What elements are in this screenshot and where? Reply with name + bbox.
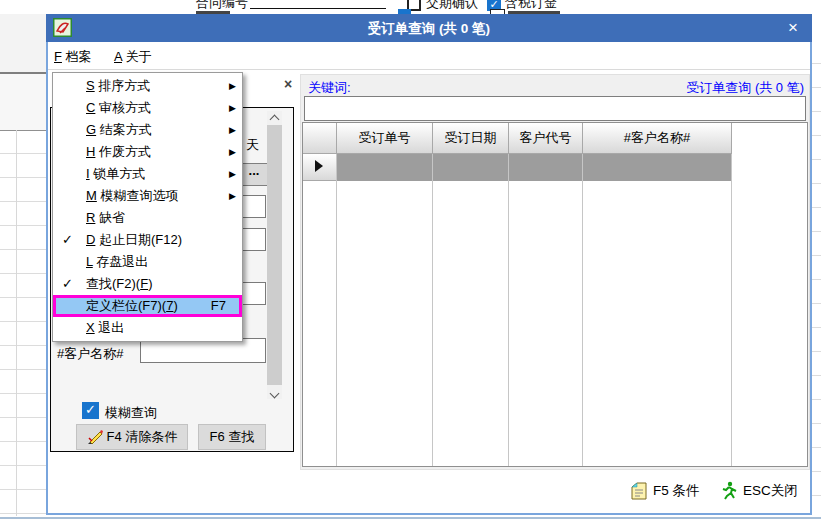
fuzzy-query-label: 模糊查询 xyxy=(105,404,157,422)
menu-item-label: G 结案方式 xyxy=(86,122,152,137)
table-gridline xyxy=(432,154,433,467)
table-gridline xyxy=(336,154,337,467)
background-grid xyxy=(0,130,46,516)
pencil-eraser-icon xyxy=(87,429,103,445)
clear-conditions-label: F4 清除条件 xyxy=(107,428,178,446)
esc-close-button[interactable]: ESC关闭 xyxy=(720,481,798,500)
menu-item-fuzzy-options[interactable]: M 模糊查询选项▶ xyxy=(53,185,242,207)
menu-about[interactable]: A 关于 xyxy=(114,48,152,66)
column-header[interactable]: #客户名称# xyxy=(583,123,732,154)
customer-name-label: #客户名称# xyxy=(57,345,123,363)
column-header[interactable]: 受订单号 xyxy=(337,123,433,154)
scroll-down-icon[interactable] xyxy=(267,385,282,399)
checkmark-icon: ✓ xyxy=(62,229,73,251)
submenu-arrow-icon: ▶ xyxy=(229,185,236,207)
menu-item-lock[interactable]: I 锁单方式▶ xyxy=(53,163,242,185)
menu-item-void[interactable]: H 作废方式▶ xyxy=(53,141,242,163)
context-menu: S 排序方式▶C 审核方式▶G 结案方式▶H 作废方式▶I 锁单方式▶M 模糊查… xyxy=(52,72,243,342)
background-cell-block xyxy=(0,74,46,131)
dialog-menubar: F 档案 A 关于 xyxy=(48,42,810,70)
menu-item-find[interactable]: ✓查找(F2)(F) xyxy=(53,273,242,295)
note-page-icon xyxy=(630,482,648,500)
current-row-arrow-icon xyxy=(315,160,323,172)
background-window-edge xyxy=(0,517,821,519)
keyword-label: 关键词: xyxy=(308,79,351,97)
scroll-up-icon[interactable] xyxy=(267,111,282,125)
menu-shortcut-label: F7 xyxy=(211,298,226,313)
submenu-arrow-icon: ▶ xyxy=(229,163,236,185)
checkmark-icon: ✓ xyxy=(62,273,73,295)
menu-item-save-exit[interactable]: L 存盘退出 xyxy=(53,251,242,273)
submenu-arrow-icon: ▶ xyxy=(229,119,236,141)
esc-close-label: ESC关闭 xyxy=(743,482,798,500)
menu-item-label: 定义栏位(F7)(7) xyxy=(86,298,178,313)
row-selector-header[interactable] xyxy=(303,123,337,154)
table-gridline xyxy=(582,154,583,467)
submenu-arrow-icon: ▶ xyxy=(229,97,236,119)
f5-condition-label: F5 条件 xyxy=(653,482,700,500)
background-cell-block xyxy=(0,14,46,74)
dialog-titlebar[interactable]: 受订单查询 (共 0 笔) × xyxy=(46,14,812,42)
f5-condition-button[interactable]: F5 条件 xyxy=(630,482,700,500)
menu-item-label: S 排序方式 xyxy=(86,78,150,93)
menu-item-label: C 审核方式 xyxy=(86,100,151,115)
keyword-input[interactable] xyxy=(304,96,806,121)
browse-button[interactable]: ... xyxy=(240,163,268,186)
table-gridline xyxy=(508,154,509,467)
menu-item-date-range[interactable]: ✓D 起止日期(F12) xyxy=(53,229,242,251)
menu-item-label: I 锁单方式 xyxy=(86,166,145,181)
submenu-arrow-icon: ▶ xyxy=(229,75,236,97)
menu-item-label: X 退出 xyxy=(86,320,124,335)
menu-item-sort[interactable]: S 排序方式▶ xyxy=(53,75,242,97)
menu-item-audit[interactable]: C 审核方式▶ xyxy=(53,97,242,119)
menu-file[interactable]: F 档案 xyxy=(54,48,92,66)
column-header[interactable]: 客户代号 xyxy=(509,123,583,154)
background-grid-line xyxy=(16,130,17,516)
menu-item-default[interactable]: R 缺省 xyxy=(53,207,242,229)
menu-item-define-columns[interactable]: 定义栏位(F7)(7)F7 xyxy=(53,295,242,317)
menu-item-label: M 模糊查询选项 xyxy=(86,188,178,203)
find-button-label: F6 查找 xyxy=(210,428,255,446)
panel-close-icon[interactable]: × xyxy=(284,76,292,92)
dialog-title: 受订单查询 (共 0 笔) xyxy=(46,20,812,38)
delivery-confirm-label: 交期确认 xyxy=(426,0,478,12)
contract-number-field[interactable] xyxy=(250,8,386,9)
column-header[interactable]: 受订日期 xyxy=(433,123,509,154)
menu-item-label: L 存盘退出 xyxy=(86,254,148,269)
submenu-arrow-icon: ▶ xyxy=(229,141,236,163)
close-icon[interactable]: × xyxy=(788,18,798,38)
results-table[interactable]: 受订单号受订日期客户代号#客户名称# xyxy=(302,122,808,467)
menu-item-label: R 缺省 xyxy=(86,210,125,225)
menu-item-exit[interactable]: X 退出 xyxy=(53,317,242,339)
row-selector-cell[interactable] xyxy=(303,154,337,181)
menu-item-label: H 作废方式 xyxy=(86,144,151,159)
fuzzy-query-checkbox[interactable]: ✓ xyxy=(82,402,99,419)
running-man-icon xyxy=(720,481,738,500)
result-count-label: 受订单查询 (共 0 笔) xyxy=(686,79,804,97)
panel-scrollbar[interactable] xyxy=(267,111,282,399)
find-button[interactable]: F6 查找 xyxy=(198,424,266,450)
clear-conditions-button[interactable]: F4 清除条件 xyxy=(76,424,188,450)
menu-item-label: 查找(F2)(F) xyxy=(86,276,152,291)
menu-item-closecase[interactable]: G 结案方式▶ xyxy=(53,119,242,141)
days-suffix-label: 天 xyxy=(246,136,259,154)
table-gridline xyxy=(731,154,732,467)
background-grid xyxy=(812,40,821,516)
screen: 合同编号 交期确认 ✓ 含税订金 受订单查询 (共 0 笔) × F 档案 A … xyxy=(0,0,821,522)
selected-empty-row[interactable] xyxy=(337,154,732,181)
menu-item-label: D 起止日期(F12) xyxy=(86,232,182,247)
